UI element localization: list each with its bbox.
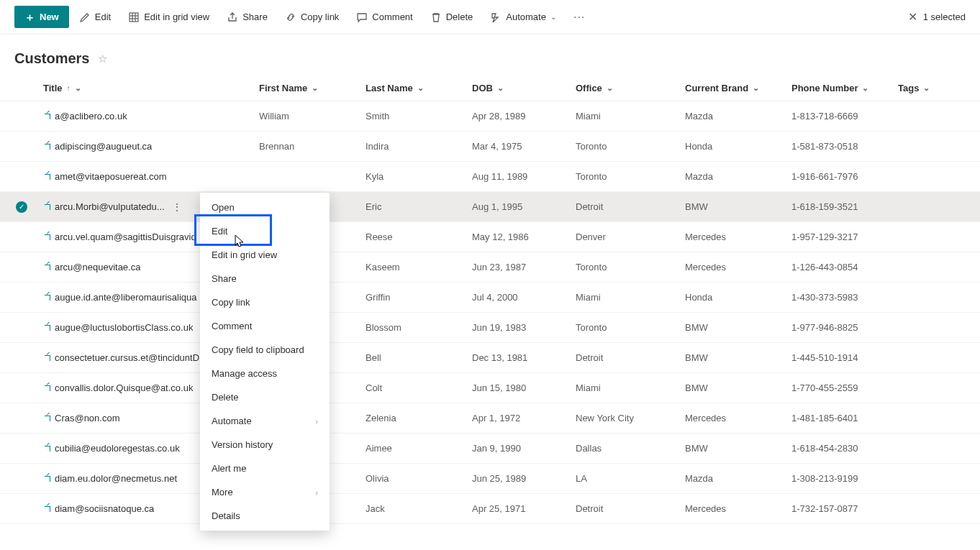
grid-button[interactable]: Edit in grid view [121, 7, 217, 27]
link-item-icon [43, 354, 52, 362]
ctx-comment[interactable]: Comment [200, 314, 330, 338]
table-row[interactable]: amet@vitaeposuereat.comKylaAug 11, 1989T… [0, 162, 980, 192]
col-header-dob[interactable]: DOB ⌄ [472, 83, 576, 93]
table-row[interactable]: consectetuer.cursus.et@tinciduntDBellDec… [0, 343, 980, 373]
row-title[interactable]: adipiscing@augueut.ca [55, 141, 152, 152]
ctx-automate[interactable]: Automate› [200, 409, 330, 433]
check-icon: ✓ [16, 201, 27, 213]
table-row[interactable]: ✓arcu.Morbi@vulputatedu...⋮EricAug 1, 19… [0, 192, 980, 222]
chevron-down-icon: ⌄ [550, 13, 556, 21]
col-header-office[interactable]: Office ⌄ [576, 83, 685, 93]
col-header-tags[interactable]: Tags ⌄ [898, 83, 956, 93]
row-phone: 1-126-443-0854 [791, 262, 898, 272]
row-dob: Jun 25, 1989 [472, 473, 576, 484]
svg-rect-0 [130, 13, 138, 22]
chevron-right-icon: › [315, 488, 318, 497]
row-brand: Mercedes [685, 413, 791, 423]
row-title[interactable]: consectetuer.cursus.et@tinciduntD [55, 352, 199, 363]
row-phone: 1-618-159-3521 [791, 201, 898, 212]
ctx-copyfield[interactable]: Copy field to clipboard [200, 338, 330, 362]
ctx-delete[interactable]: Delete [200, 385, 330, 409]
table-row[interactable]: Cras@non.comZeleniaApr 1, 1972New York C… [0, 403, 980, 434]
ctx-edit[interactable]: Edit [200, 219, 330, 243]
copylink-button[interactable]: Copy link [278, 7, 346, 27]
link-item-icon [43, 475, 52, 483]
row-title[interactable]: a@aclibero.co.uk [55, 111, 127, 122]
link-item-icon [43, 142, 52, 151]
favorite-star-icon[interactable]: ☆ [98, 52, 107, 65]
ctx-access[interactable]: Manage access [200, 362, 330, 385]
table-row[interactable]: convallis.dolor.Quisque@at.co.ukColtJun … [0, 373, 980, 403]
row-last-name: Indira [366, 141, 472, 152]
row-last-name: Olivia [366, 473, 472, 484]
table-row[interactable]: augue@luctuslobortisClass.co.ukBlossomJu… [0, 313, 980, 343]
chevron-down-icon: ⌄ [497, 83, 504, 93]
row-title[interactable]: augue@luctuslobortisClass.co.uk [55, 322, 193, 333]
row-first-name: William [259, 111, 366, 122]
table-row[interactable]: arcu.vel.quam@sagittisDuisgravidReeseMay… [0, 222, 980, 252]
automate-label: Automate [506, 12, 546, 22]
table-row[interactable]: cubilia@eudoloregestas.co.ukAimeeJan 9, … [0, 434, 980, 464]
new-button[interactable]: ＋ New [14, 6, 69, 28]
share-button[interactable]: Share [219, 7, 275, 27]
row-office: Toronto [576, 262, 685, 272]
row-last-name: Reese [366, 232, 472, 242]
row-title[interactable]: augue.id.ante@liberomaurisaliqua [55, 292, 197, 303]
col-header-first-name[interactable]: First Name ⌄ [259, 83, 366, 93]
table-row[interactable]: adipiscing@augueut.caBrennanIndiraMar 4,… [0, 132, 980, 162]
automate-button[interactable]: Automate ⌄ [483, 7, 563, 27]
row-office: New York City [576, 413, 685, 423]
overflow-button[interactable]: ··· [566, 6, 592, 28]
ctx-open[interactable]: Open [200, 196, 330, 219]
row-dob: Aug 1, 1995 [472, 201, 576, 212]
col-first-label: First Name [259, 83, 307, 93]
row-phone: 1-481-185-6401 [791, 413, 898, 423]
comment-button[interactable]: Comment [349, 7, 419, 27]
row-title[interactable]: convallis.dolor.Quisque@at.co.uk [55, 382, 193, 393]
row-phone: 1-813-718-6669 [791, 111, 898, 122]
row-title[interactable]: amet@vitaeposuereat.com [55, 171, 167, 182]
row-last-name: Aimee [366, 443, 472, 454]
col-header-title[interactable]: Title ↑ ⌄ [43, 83, 259, 93]
row-office: Denver [576, 232, 685, 242]
ctx-grid[interactable]: Edit in grid view [200, 243, 330, 267]
row-title[interactable]: arcu.vel.quam@sagittisDuisgravid [55, 232, 196, 242]
row-last-name: Colt [366, 382, 472, 393]
ctx-copylink[interactable]: Copy link [200, 290, 330, 314]
row-brand: Mazda [685, 473, 791, 484]
table-row[interactable]: diam@sociisnatoque.caJackApr 25, 1971Det… [0, 494, 980, 524]
table-row[interactable]: augue.id.ante@liberomaurisaliquaGriffinJ… [0, 283, 980, 313]
row-actions-button[interactable]: ⋮ [168, 201, 186, 213]
row-dob: May 12, 1986 [472, 232, 576, 242]
table-row[interactable]: arcu@nequevitae.caKaseemJun 23, 1987Toro… [0, 252, 980, 283]
col-last-label: Last Name [366, 83, 413, 93]
row-select[interactable]: ✓ [0, 201, 43, 213]
row-phone: 1-732-157-0877 [791, 503, 898, 514]
grid-icon [128, 12, 140, 23]
row-office: Miami [576, 111, 685, 122]
table-row[interactable]: a@aclibero.co.ukWilliamSmithApr 28, 1989… [0, 101, 980, 132]
row-title[interactable]: arcu.Morbi@vulputatedu... [55, 201, 165, 212]
table-row[interactable]: diam.eu.dolor@necmetus.netOliviaJun 25, … [0, 464, 980, 494]
row-last-name: Eric [366, 201, 472, 212]
col-header-brand[interactable]: Current Brand ⌄ [685, 83, 791, 93]
link-item-icon [43, 414, 52, 423]
ctx-alert[interactable]: Alert me [200, 457, 330, 480]
row-office: Toronto [576, 322, 685, 333]
edit-button[interactable]: Edit [72, 7, 118, 27]
row-title[interactable]: diam@sociisnatoque.ca [55, 503, 154, 514]
ctx-share[interactable]: Share [200, 267, 330, 290]
ctx-details[interactable]: Details [200, 504, 330, 524]
row-phone: 1-445-510-1914 [791, 352, 898, 363]
row-title[interactable]: diam.eu.dolor@necmetus.net [55, 473, 177, 484]
delete-button[interactable]: Delete [423, 7, 481, 27]
col-header-phone[interactable]: Phone Number ⌄ [791, 83, 898, 93]
row-title[interactable]: Cras@non.com [55, 413, 120, 423]
row-dob: Apr 28, 1989 [472, 111, 576, 122]
ctx-more[interactable]: More› [200, 480, 330, 504]
row-title[interactable]: arcu@nequevitae.ca [55, 262, 140, 272]
row-title[interactable]: cubilia@eudoloregestas.co.uk [55, 443, 180, 454]
col-header-last-name[interactable]: Last Name ⌄ [366, 83, 472, 93]
ctx-version[interactable]: Version history [200, 433, 330, 457]
clear-selection-icon[interactable]: ✕ [908, 10, 917, 24]
